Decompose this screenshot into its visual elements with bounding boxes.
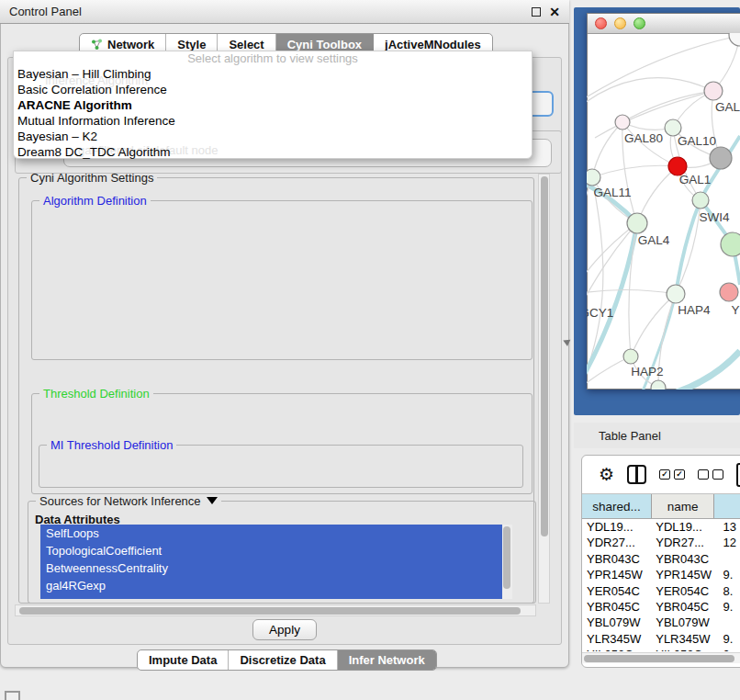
table-cell: 12 [718, 535, 740, 550]
settings-horizontal-scrollbar[interactable] [15, 604, 536, 616]
table-cell: YLR345W [654, 631, 718, 647]
table-panel-title: Table Panel [599, 429, 661, 443]
table-cell: YBL079W [654, 615, 718, 630]
table-cell: YER054C [582, 583, 654, 599]
table-cell: YDR27... [582, 535, 654, 550]
mi-threshold-definition-group: MI Threshold Definition [39, 445, 523, 488]
algorithm-option[interactable]: Mutual Information Inference [14, 113, 532, 129]
network-edge [587, 289, 676, 295]
sources-title: Sources for Network Inference [39, 494, 201, 508]
attribute-list-item[interactable]: gal4RGexp [40, 577, 502, 594]
algorithm-option[interactable]: Basic Correlation Inference [14, 82, 532, 97]
table-row[interactable]: YBR045CYBR045C9. [582, 599, 740, 615]
mi-threshold-definition-title: MI Threshold Definition [47, 438, 176, 452]
data-attributes-list[interactable]: SelfLoopsTopologicalCoefficientBetweenne… [40, 525, 512, 599]
collapsed-panel-icon[interactable] [5, 691, 20, 700]
threshold-definition-title: Threshold Definition [39, 387, 153, 401]
network-node-label: GAL11 [593, 186, 631, 199]
select-all-columns-icon[interactable]: ✓✓ [659, 469, 685, 480]
table-panel: ⚙ ✓✓ shared...name YDL19...YDL19...13YDR… [581, 455, 740, 668]
table-cell: YDL19... [654, 519, 718, 535]
network-edge [587, 177, 592, 295]
close-traffic-light-icon[interactable] [595, 17, 607, 29]
table-cell: YBR043C [654, 551, 718, 567]
network-canvas[interactable]: GALGAL80GAL10GAL1GAL11SWI4GAL4GCY1HAP4YH… [587, 33, 740, 390]
table-row[interactable]: YBL079WYBL079W [582, 615, 740, 630]
network-node-label: GAL [715, 100, 740, 114]
deselect-all-columns-icon[interactable] [698, 469, 723, 480]
table-row[interactable]: YLR345WYLR345W9. [582, 631, 740, 647]
table-cell: 13 [718, 519, 740, 535]
table-cell: 9. [718, 599, 740, 615]
network-node-hap4[interactable] [667, 285, 685, 303]
tab-label: Discretize Data [240, 653, 325, 667]
table-cell: YDL19... [582, 519, 654, 535]
export-table-icon[interactable] [736, 463, 740, 487]
network-node-gal11[interactable] [587, 169, 600, 186]
table-cell [718, 551, 740, 567]
list-scrollbar[interactable] [502, 525, 512, 599]
network-node-label: GAL80 [624, 131, 663, 145]
table-cell: YER054C [654, 583, 718, 599]
sources-toggle[interactable]: Sources for Network Inference [36, 494, 221, 508]
network-node-label: GAL10 [678, 134, 716, 148]
network-node-gal80[interactable] [615, 115, 630, 130]
settings-vertical-scrollbar[interactable] [538, 174, 550, 604]
table-row[interactable]: YIL052CYIL052C0 [582, 647, 740, 651]
apply-button[interactable]: Apply [252, 619, 317, 640]
tab-impute-data[interactable]: Impute Data [138, 650, 229, 670]
table-row[interactable]: YBR043CYBR043C [582, 551, 740, 567]
network-window-titlebar [588, 14, 740, 34]
network-node-hap2[interactable] [623, 349, 638, 364]
network-node[interactable] [651, 380, 666, 390]
network-node-swi4[interactable] [692, 192, 709, 209]
algorithm-option[interactable]: Dream8 DC_TDC Algorithm [14, 144, 532, 160]
table-row[interactable]: YPR145WYPR145W9. [582, 567, 740, 582]
gear-icon[interactable]: ⚙ [599, 466, 614, 483]
attribute-list-item[interactable]: TopologicalCoefficient [40, 542, 502, 559]
minimize-traffic-light-icon[interactable] [614, 17, 626, 29]
algorithm-option[interactable]: Bayesian – K2 [14, 129, 532, 144]
app-root: Control Panel ✕ NetworkStyleSelectCyni T… [0, 0, 740, 700]
network-node-gal4[interactable] [627, 213, 647, 233]
column-header[interactable]: shared... [582, 494, 652, 518]
network-node[interactable] [729, 33, 740, 46]
table-row[interactable]: YDL19...YDL19...13 [582, 519, 740, 535]
network-edge [622, 91, 713, 122]
zoom-traffic-light-icon[interactable] [633, 17, 645, 29]
network-node-y[interactable] [720, 283, 738, 301]
table-row[interactable]: YDR27...YDR27...12 [582, 535, 740, 550]
network-node-label: GCY1 [587, 306, 613, 320]
column-header[interactable] [714, 494, 740, 518]
table-cell: YLR345W [582, 631, 654, 647]
float-window-icon[interactable] [532, 7, 541, 17]
network-node-gal[interactable] [704, 82, 723, 100]
attribute-list-item[interactable]: BetweennessCentrality [40, 559, 502, 577]
algorithm-option[interactable]: ARACNE Algorithm [14, 97, 532, 113]
network-node-label: GAL4 [638, 233, 670, 247]
network-edge [677, 351, 740, 390]
table-row[interactable]: YER054CYER054C8. [582, 583, 740, 599]
network-node[interactable] [710, 147, 732, 169]
table-cell: YBR043C [582, 551, 654, 567]
columns-icon[interactable] [627, 465, 646, 484]
algorithm-option[interactable]: Bayesian – Hill Climbing [14, 66, 532, 82]
table-horizontal-scrollbar[interactable] [582, 652, 740, 663]
table-header-row: shared...name [582, 494, 740, 519]
tab-label: Impute Data [149, 653, 217, 667]
table-cell: 0 [718, 647, 740, 651]
table-cell: YDR27... [654, 535, 718, 550]
tab-infer-network[interactable]: Infer Network [338, 650, 436, 670]
tab-discretize-data[interactable]: Discretize Data [229, 650, 337, 670]
table-cell: YIL052C [654, 647, 718, 651]
control-panel-title: Control Panel [9, 5, 82, 18]
network-node[interactable] [721, 232, 740, 256]
network-node-label: GAL1 [679, 173, 712, 186]
network-edge [631, 294, 676, 356]
column-header[interactable]: name [652, 494, 714, 518]
attribute-list-item[interactable]: SelfLoops [40, 525, 502, 542]
network-edge [592, 165, 678, 177]
control-panel-bottom-tabs: Impute DataDiscretize DataInfer Network [137, 649, 437, 671]
tab-label: Style [177, 38, 206, 51]
close-icon[interactable]: ✕ [549, 7, 560, 17]
